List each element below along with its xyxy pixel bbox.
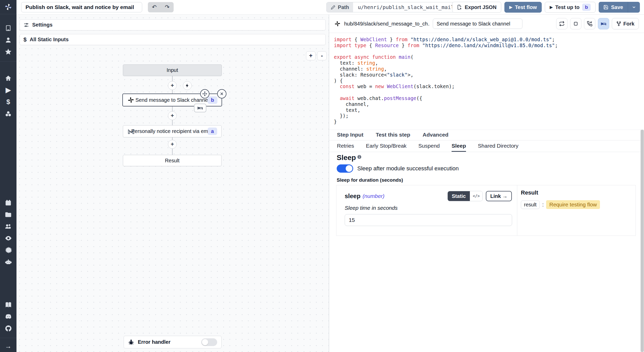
undo-redo-group: ↶ ↷ bbox=[148, 2, 174, 12]
zoom-out-button[interactable]: - bbox=[317, 51, 327, 60]
tab-retries[interactable]: Retries bbox=[337, 140, 354, 152]
code-line: } bbox=[334, 119, 644, 125]
code-line bbox=[334, 48, 644, 54]
hub-script-path[interactable]: hub/849/slack/send_message_to_ch… bbox=[344, 21, 429, 27]
undo-button[interactable]: ↶ bbox=[148, 2, 161, 12]
groups-icon[interactable] bbox=[0, 221, 16, 232]
tab-suspend[interactable]: Suspend bbox=[418, 140, 440, 152]
sleep-toggle-button[interactable] bbox=[598, 18, 609, 29]
gmail-icon bbox=[128, 129, 134, 134]
sleep-field-name: sleep bbox=[345, 192, 360, 200]
folders-icon[interactable] bbox=[0, 209, 16, 221]
repeat-icon bbox=[559, 21, 565, 27]
variables-dollar-icon[interactable]: $ bbox=[0, 96, 16, 108]
tab-early-stop-break[interactable]: Early Stop/Break bbox=[366, 140, 407, 152]
code-editor[interactable]: import { WebClient } from "https://deno.… bbox=[329, 33, 644, 130]
error-handler-toggle[interactable] bbox=[201, 338, 217, 346]
tab-step-input[interactable]: Step Input bbox=[337, 130, 363, 140]
left-sidebar: ▶ $ → bbox=[0, 0, 16, 352]
fork-button[interactable]: Fork bbox=[612, 18, 639, 29]
file-export-icon bbox=[457, 5, 462, 10]
audit-eye-icon[interactable] bbox=[0, 232, 16, 244]
sleep-indicator-chip[interactable] bbox=[194, 104, 206, 112]
test-flow-button[interactable]: ▶ Test flow bbox=[504, 2, 542, 13]
flow-path-group[interactable]: Path u/henri/publish_slack_wait_mail bbox=[326, 2, 459, 12]
close-icon bbox=[219, 91, 224, 96]
static-mode-button[interactable]: Static bbox=[448, 191, 470, 201]
tab-test-this-step[interactable]: Test this step bbox=[376, 130, 410, 140]
schedules-calendar-icon[interactable] bbox=[0, 197, 16, 209]
user-icon[interactable] bbox=[0, 34, 16, 46]
suspend-toggle-button[interactable] bbox=[584, 18, 595, 29]
git-fork-icon bbox=[616, 21, 621, 26]
all-static-inputs-bar[interactable]: $ All Static Inputs bbox=[20, 34, 326, 45]
github-icon[interactable] bbox=[0, 322, 16, 334]
link-button[interactable]: Link → bbox=[486, 191, 512, 201]
path-label: Path bbox=[327, 2, 353, 12]
info-icon[interactable] bbox=[357, 155, 362, 159]
bug-icon bbox=[128, 339, 134, 345]
code-line: channel: string, bbox=[334, 66, 644, 72]
sleep-field-type: (number) bbox=[362, 193, 384, 199]
favorites-star-icon[interactable] bbox=[0, 46, 16, 58]
workspace-building-icon[interactable] bbox=[0, 22, 16, 34]
tab-advanced[interactable]: Advanced bbox=[422, 130, 448, 140]
rail-divider bbox=[0, 338, 16, 338]
error-handler-bar[interactable]: Error handler bbox=[124, 336, 222, 348]
step-name-input[interactable] bbox=[433, 19, 522, 29]
flow-node-input[interactable]: Input bbox=[123, 64, 222, 76]
add-step-button[interactable]: + bbox=[168, 81, 177, 90]
step-editor-panel: hub/849/slack/send_message_to_ch… Fork i… bbox=[329, 15, 644, 352]
code-line: export async function main( bbox=[334, 54, 644, 60]
add-step-button[interactable]: + bbox=[168, 111, 177, 120]
workers-robot-icon[interactable] bbox=[0, 256, 16, 268]
discord-icon[interactable] bbox=[0, 311, 16, 322]
static-code-toggle: Static </> bbox=[447, 191, 483, 201]
play-icon: ▶ bbox=[550, 5, 553, 10]
move-node-handle[interactable] bbox=[200, 89, 209, 98]
sliders-icon bbox=[23, 22, 29, 28]
test-up-to-button[interactable]: ▶ Test up to b bbox=[545, 2, 596, 13]
save-floppy-icon bbox=[603, 5, 608, 10]
export-json-button[interactable]: Export JSON bbox=[452, 2, 501, 13]
flow-node-result[interactable]: Result bbox=[123, 155, 222, 166]
runs-play-icon[interactable]: ▶ bbox=[0, 84, 16, 96]
code-line: slack: Resource<"slack">, bbox=[334, 72, 644, 78]
code-mode-button[interactable]: </> bbox=[470, 191, 482, 201]
save-button[interactable]: Save bbox=[599, 2, 628, 13]
zoom-in-button[interactable]: + bbox=[306, 51, 316, 60]
sleep-seconds-input[interactable] bbox=[345, 214, 512, 226]
flow-settings-bar[interactable]: Settings bbox=[20, 19, 326, 30]
delete-node-button[interactable] bbox=[217, 89, 226, 98]
flow-node-email[interactable]: Personally notice recipient via email a bbox=[123, 125, 222, 137]
result-pane: Result result : Require testing flow bbox=[517, 185, 635, 236]
scrollbar-thumb[interactable] bbox=[641, 130, 644, 352]
path-value[interactable]: u/henri/publish_slack_wait_mail bbox=[353, 2, 459, 12]
pencil-icon bbox=[331, 5, 336, 10]
flow-canvas[interactable]: Settings $ All Static Inputs + - Input +… bbox=[16, 15, 329, 352]
node-id-badge: b bbox=[208, 96, 217, 104]
resources-cubes-icon[interactable] bbox=[0, 108, 16, 120]
windmill-logo[interactable] bbox=[0, 0, 16, 14]
expand-sidebar-arrow-icon[interactable]: → bbox=[0, 340, 16, 352]
sleep-config-card: sleep (number) Static </> Link → Sleep t… bbox=[336, 185, 636, 236]
retries-toggle-button[interactable] bbox=[556, 18, 567, 29]
save-dropdown-button[interactable] bbox=[628, 2, 640, 13]
panel-scrollbar[interactable] bbox=[640, 130, 644, 352]
early-stop-toggle-button[interactable] bbox=[570, 18, 581, 29]
trigger-bolt-button[interactable] bbox=[183, 81, 192, 90]
flow-title-input[interactable] bbox=[21, 2, 142, 12]
code-line: import { WebClient } from "https://deno.… bbox=[334, 37, 644, 43]
add-step-button[interactable]: + bbox=[168, 140, 177, 149]
settings-gear-icon[interactable] bbox=[0, 244, 16, 256]
tab-sleep[interactable]: Sleep bbox=[452, 140, 466, 152]
tab-shared-directory[interactable]: Shared Directory bbox=[478, 140, 519, 152]
home-icon[interactable] bbox=[0, 72, 16, 84]
dollar-icon: $ bbox=[23, 36, 27, 43]
bed-icon bbox=[600, 21, 607, 27]
docs-book-icon[interactable] bbox=[0, 299, 16, 311]
redo-button[interactable]: ↷ bbox=[161, 2, 174, 12]
sleep-enabled-toggle[interactable] bbox=[337, 164, 353, 173]
chevron-down-icon bbox=[632, 5, 636, 10]
sleep-toggle-row: Sleep after module successful execution bbox=[337, 164, 459, 173]
